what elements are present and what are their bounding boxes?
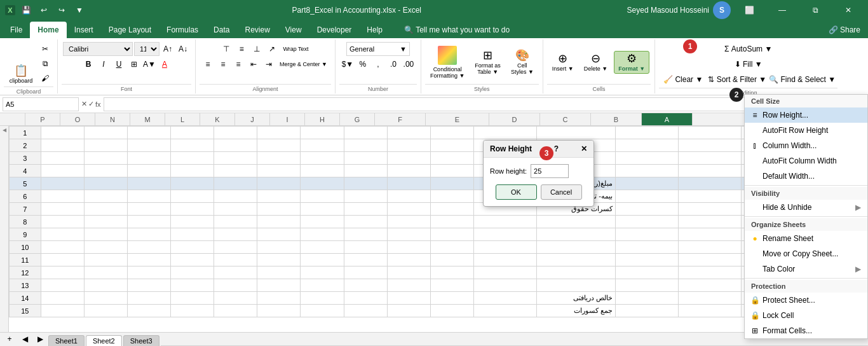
col-header-E[interactable]: E — [426, 113, 489, 125]
cell-E8[interactable] — [537, 216, 616, 228]
cell-C14[interactable] — [679, 292, 742, 305]
cell-D4[interactable] — [615, 165, 678, 177]
user-avatar[interactable]: S — [713, 1, 731, 19]
col-header-N[interactable]: N — [95, 113, 130, 125]
cell-D5[interactable] — [615, 177, 678, 190]
cell-P6[interactable] — [41, 190, 84, 203]
cell-I8[interactable] — [344, 216, 387, 228]
cell-C5[interactable] — [679, 177, 742, 190]
decrease-indent-button[interactable]: ⇤ — [247, 57, 261, 71]
cell-L15[interactable] — [214, 305, 257, 317]
cell-J3[interactable] — [301, 152, 344, 165]
cell-J5[interactable] — [301, 177, 344, 190]
cell-P15[interactable] — [41, 305, 84, 317]
cell-M13[interactable] — [170, 279, 214, 292]
cell-J11[interactable] — [301, 254, 344, 266]
number-format-select[interactable]: General▼ — [346, 42, 410, 56]
cell-M9[interactable] — [170, 228, 214, 241]
confirm-formula-icon[interactable]: ✓ — [88, 100, 94, 108]
cell-O1[interactable] — [84, 127, 127, 139]
cell-J10[interactable] — [301, 241, 344, 254]
cell-F11[interactable] — [473, 254, 536, 266]
sheet-tab-sheet2[interactable]: Sheet2 — [86, 335, 122, 346]
cell-H4[interactable] — [387, 165, 430, 177]
align-center-button[interactable]: ≡ — [216, 57, 230, 71]
cell-M3[interactable] — [170, 152, 214, 165]
cell-C8[interactable] — [679, 216, 742, 228]
cell-F1[interactable] — [473, 127, 536, 139]
cell-G14[interactable] — [430, 292, 473, 305]
cell-J4[interactable] — [301, 165, 344, 177]
cancel-formula-icon[interactable]: ✕ — [81, 100, 87, 108]
cell-F15[interactable] — [473, 305, 536, 317]
cell-F14[interactable] — [473, 292, 536, 305]
cell-D11[interactable] — [615, 254, 678, 266]
cell-E9[interactable] — [537, 228, 616, 241]
cell-I2[interactable] — [344, 139, 387, 152]
align-middle-button[interactable]: ≡ — [234, 42, 248, 56]
cell-P13[interactable] — [41, 279, 84, 292]
cell-D1[interactable] — [615, 127, 678, 139]
tab-developer[interactable]: Developer — [309, 22, 360, 38]
col-header-C[interactable]: C — [540, 113, 591, 125]
cell-P11[interactable] — [41, 254, 84, 266]
cell-M6[interactable] — [170, 190, 214, 203]
restore-button[interactable]: ⧉ — [801, 0, 830, 20]
cell-I4[interactable] — [344, 165, 387, 177]
cell-M5[interactable] — [170, 177, 214, 190]
increase-font-button[interactable]: A↑ — [161, 42, 175, 56]
italic-button[interactable]: I — [97, 57, 111, 71]
cell-P5[interactable] — [41, 177, 84, 190]
cell-C15[interactable] — [679, 305, 742, 317]
col-header-M[interactable]: M — [130, 113, 165, 125]
cell-J2[interactable] — [301, 139, 344, 152]
cell-F10[interactable] — [473, 241, 536, 254]
tab-data[interactable]: Data — [206, 22, 237, 38]
cell-G6[interactable] — [430, 190, 473, 203]
cell-D14[interactable] — [615, 292, 678, 305]
cell-C6[interactable] — [679, 190, 742, 203]
merge-center-button[interactable]: Merge & Center ▼ — [277, 57, 330, 71]
cell-N5[interactable] — [127, 177, 170, 190]
cell-N15[interactable] — [127, 305, 170, 317]
cell-K8[interactable] — [257, 216, 301, 228]
cell-E15[interactable]: جمع کسورات — [537, 305, 616, 317]
col-header-P[interactable]: P — [25, 113, 60, 125]
save-button[interactable]: 💾 — [19, 3, 33, 17]
cell-H10[interactable] — [387, 241, 430, 254]
cell-H7[interactable] — [387, 203, 430, 216]
cell-M10[interactable] — [170, 241, 214, 254]
cell-J6[interactable] — [301, 190, 344, 203]
cell-M11[interactable] — [170, 254, 214, 266]
cm-autofit-row[interactable]: AutoFit Row Height — [745, 123, 867, 138]
comma-button[interactable]: , — [371, 57, 385, 71]
cm-col-width[interactable]: ⫿ Column Width... — [745, 138, 867, 153]
cell-I5[interactable] — [344, 177, 387, 190]
col-header-A[interactable]: A — [642, 113, 693, 125]
cell-G11[interactable] — [430, 254, 473, 266]
cell-K4[interactable] — [257, 165, 301, 177]
cell-N6[interactable] — [127, 190, 170, 203]
increase-decimal-button[interactable]: .0 — [386, 57, 400, 71]
cell-P14[interactable] — [41, 292, 84, 305]
cell-E1[interactable] — [537, 127, 616, 139]
cell-H11[interactable] — [387, 254, 430, 266]
col-header-D[interactable]: D — [489, 113, 540, 125]
cell-N14[interactable] — [127, 292, 170, 305]
scroll-tabs-left[interactable]: ◀ — [18, 332, 32, 346]
cell-O3[interactable] — [84, 152, 127, 165]
align-bottom-button[interactable]: ⊥ — [250, 42, 264, 56]
cm-default-width[interactable]: Default Width... — [745, 169, 867, 184]
cell-F8[interactable] — [473, 216, 536, 228]
dialog-ok-button[interactable]: OK — [496, 184, 537, 200]
tab-page-layout[interactable]: Page Layout — [101, 22, 159, 38]
tab-insert[interactable]: Insert — [67, 22, 101, 38]
cell-J9[interactable] — [301, 228, 344, 241]
search-icon[interactable]: 🔍 Tell me what you want to do — [397, 22, 517, 38]
cell-I1[interactable] — [344, 127, 387, 139]
cell-K14[interactable] — [257, 292, 301, 305]
share-button[interactable]: 🔗 Share — [821, 22, 868, 38]
underline-button[interactable]: U — [112, 57, 126, 71]
cell-J1[interactable] — [301, 127, 344, 139]
cell-C11[interactable] — [679, 254, 742, 266]
